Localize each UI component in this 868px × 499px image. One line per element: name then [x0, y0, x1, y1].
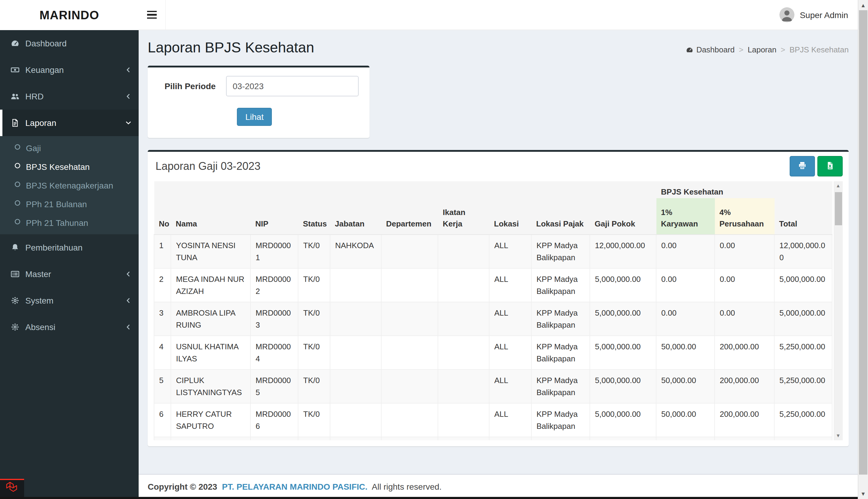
- table-header-cell: Gaji Pokok: [590, 198, 656, 235]
- table-cell: [438, 369, 489, 403]
- debugbar[interactable]: [0, 497, 858, 499]
- sidebar-item-label: Absensi: [25, 322, 124, 332]
- table-cell: ALL: [489, 403, 531, 437]
- table-scrollbar-thumb[interactable]: [834, 192, 842, 225]
- submenu-item-gaji[interactable]: Gaji: [0, 138, 139, 157]
- report-toolbar: X: [790, 156, 843, 177]
- period-input[interactable]: [226, 76, 359, 96]
- submenu-item-bpjs-ketenagakerjaan[interactable]: BPJS Ketenagakerjaan: [0, 176, 139, 195]
- sidebar-item-pemberitahuan[interactable]: Pemberitahuan: [0, 234, 139, 261]
- brand-logo[interactable]: MARINDO: [0, 0, 139, 30]
- sidebar-item-label: Dashboard: [25, 38, 133, 48]
- table-cell: ALL: [489, 235, 531, 268]
- submenu-item-label: BPJS Kesehatan: [26, 162, 90, 171]
- table-scroll-container: BPJS KesehatanNoNamaNIPStatusJabatanDepa…: [154, 181, 843, 440]
- table-cell: 2: [154, 268, 171, 302]
- table-cell: 0.00: [715, 235, 774, 268]
- report-card: Laporan Gaji 03-2023 X BPJS KesehatanNoN…: [148, 150, 849, 446]
- file-icon: [11, 119, 25, 127]
- table-cell: 5,000,000.00: [590, 369, 656, 403]
- table-cell: YOSINTA NENSI TUNA: [171, 235, 250, 268]
- submenu-item-bpjs-kesehatan[interactable]: BPJS Kesehatan: [0, 157, 139, 176]
- scroll-up-icon[interactable]: ▲: [834, 181, 843, 190]
- table-cell: KPP Madya Balikpapan: [531, 369, 590, 403]
- table-cell: 200,000.00: [715, 336, 774, 369]
- table-cell: 4: [154, 336, 171, 369]
- table-cell: [330, 369, 381, 403]
- sidebar-item-dashboard[interactable]: Dashboard: [0, 30, 139, 57]
- table-cell: 5,250,000.00: [774, 369, 832, 403]
- report-table: BPJS KesehatanNoNamaNIPStatusJabatanDepa…: [154, 181, 832, 440]
- table-cell: [381, 403, 438, 437]
- table-cell: [330, 336, 381, 369]
- sidebar-menu: DashboardKeuanganHRDLaporanGajiBPJS Kese…: [0, 30, 139, 340]
- sidebar-item-master[interactable]: Master: [0, 261, 139, 287]
- user-menu[interactable]: Super Admin: [780, 7, 858, 22]
- table-cell: 50,000.00: [656, 369, 715, 403]
- sidebar-item-label: HRD: [25, 92, 124, 101]
- table-header-cell: Total: [774, 198, 832, 235]
- page-scrollbar-thumb[interactable]: [859, 10, 867, 475]
- sidebar: MARINDO DashboardKeuanganHRDLaporanGajiB…: [0, 0, 139, 499]
- sidebar-item-label: Laporan: [25, 118, 124, 128]
- table-cell: TK/0: [298, 268, 330, 302]
- chevron-down-icon: [124, 119, 133, 127]
- table-cell: 1: [154, 235, 171, 268]
- printer-icon: [798, 161, 807, 171]
- table-cell: [438, 336, 489, 369]
- app-window: MARINDO DashboardKeuanganHRDLaporanGajiB…: [0, 0, 868, 499]
- breadcrumb-separator: >: [739, 45, 744, 54]
- print-button[interactable]: [790, 156, 815, 177]
- table-header-cell: No: [154, 198, 171, 235]
- table-row: 5CIPLUK LISTYANINGTYASMRD00005TK/0ALLKPP…: [154, 369, 832, 403]
- sidebar-item-keuangan[interactable]: Keuangan: [0, 57, 139, 83]
- table-cell: ALL: [489, 268, 531, 302]
- table-cell: [381, 302, 438, 336]
- sidebar-item-laporan[interactable]: Laporan: [0, 110, 139, 136]
- table-header-cell: NIP: [250, 198, 298, 235]
- submenu-item-pph-21-bulanan[interactable]: PPh 21 Bulanan: [0, 195, 139, 213]
- submenu-item-label: Gaji: [26, 143, 41, 153]
- sidebar-item-system[interactable]: System: [0, 287, 139, 314]
- page-scroll-up-icon[interactable]: ▲: [858, 0, 868, 10]
- table-row: 3AMBROSIA LIPA RUINGMRD00003TK/0ALLKPP M…: [154, 302, 832, 336]
- report-title: Laporan Gaji 03-2023: [155, 160, 260, 172]
- gear-icon: [11, 296, 25, 305]
- sidebar-toggle-button[interactable]: [139, 0, 166, 29]
- excel-icon: X: [826, 161, 834, 171]
- bell-icon: [11, 243, 25, 252]
- table-cell: KPP Madya Balikpapan: [531, 302, 590, 336]
- lihat-button[interactable]: Lihat: [237, 108, 272, 126]
- table-cell: [438, 235, 489, 268]
- table-cell: 5: [154, 369, 171, 403]
- submenu-item-pph-21-tahunan[interactable]: PPh 21 Tahunan: [0, 213, 139, 232]
- table-cell: MRD00001: [250, 235, 298, 268]
- sidebar-item-label: System: [25, 296, 124, 305]
- page-scrollbar[interactable]: ▲ ▼: [858, 0, 868, 499]
- dashboard-icon: [11, 39, 25, 48]
- table-row: 2MEGA INDAH NUR AZIZAHMRD00002TK/0ALLKPP…: [154, 268, 832, 302]
- table-scrollbar[interactable]: ▲ ▼: [834, 181, 843, 440]
- breadcrumb-item-dashboard[interactable]: Dashboard: [686, 45, 735, 54]
- table-cell: 0.00: [656, 302, 715, 336]
- footer-company-link[interactable]: PT. PELAYARAN MARINDO PASIFIC.: [222, 482, 367, 492]
- table-cell: [330, 302, 381, 336]
- scroll-down-icon[interactable]: ▼: [834, 431, 843, 440]
- table-row: [154, 437, 832, 440]
- breadcrumb-item-laporan[interactable]: Laporan: [748, 45, 776, 54]
- footer-rights: All rights reserved.: [372, 482, 442, 492]
- page-scroll-down-icon[interactable]: ▼: [858, 489, 868, 499]
- table-cell: [381, 369, 438, 403]
- laravel-debugbar-toggle[interactable]: [0, 479, 24, 497]
- footer: Copyright © 2023 PT. PELAYARAN MARINDO P…: [139, 474, 858, 499]
- table-row: 6HERRY CATUR SAPUTROMRD00006TK/0ALLKPP M…: [154, 403, 832, 437]
- table-cell: 3: [154, 302, 171, 336]
- sidebar-item-hrd[interactable]: HRD: [0, 83, 139, 110]
- table-cell: USNUL KHATIMA ILYAS: [171, 336, 250, 369]
- content-wrapper: Laporan BPJS Kesehatan Dashboard>Laporan…: [139, 30, 858, 474]
- excel-button[interactable]: X: [817, 156, 843, 177]
- table-cell: 0.00: [715, 302, 774, 336]
- submenu-item-label: PPh 21 Bulanan: [26, 199, 87, 209]
- table-cell: 5,000,000.00: [590, 403, 656, 437]
- sidebar-item-absensi[interactable]: Absensi: [0, 314, 139, 340]
